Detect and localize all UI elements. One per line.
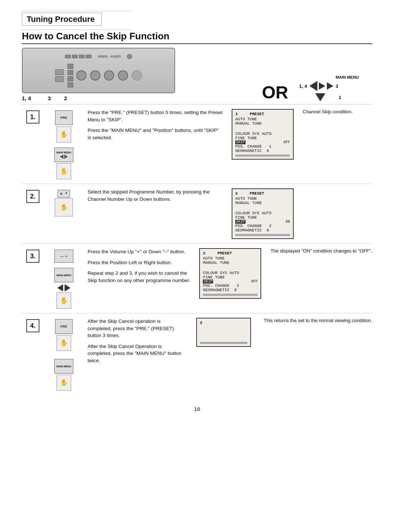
step-1-note: Channel Skip condition. xyxy=(299,109,372,179)
step-4-instruction-1: After the Skip Cancel operation is compl… xyxy=(88,318,184,339)
label-1-4: 1, 4 xyxy=(22,95,31,101)
step-4-instruction-2: After the Skip Cancel Operation is compl… xyxy=(88,343,184,364)
step-number-3: 3. xyxy=(26,250,39,263)
remote-diagram: VIDEO AUDIO xyxy=(22,48,175,93)
hand-icon-4b: ✋ xyxy=(57,375,71,391)
steps-container: 1. PRE ✋ MAIN MENU ✋ xyxy=(22,104,372,395)
step-4-icons: PRE ✋ MAIN MENU ✋ xyxy=(44,318,84,391)
main-menu-icon-1: MAIN MENU xyxy=(54,148,73,162)
step-number-2: 2. xyxy=(26,190,39,203)
step-3-screen: 2 PRESET AUTO TUNE MANUAL TUNE COLOUR SY… xyxy=(194,248,267,309)
step-2: 2. v ^ ✋ Select the skipped Programme Nu… xyxy=(22,184,372,243)
step-2-note xyxy=(299,188,372,239)
or-divider: OR xyxy=(262,84,288,101)
tuning-procedure-box: Tuning Procedure xyxy=(22,13,102,26)
remote-labels: 1, 4 3 2 xyxy=(22,95,251,101)
step-number-4: 4. xyxy=(26,319,39,332)
right-arrow-diagram: MAIN MENU 1, 4 3 1,4 1 xyxy=(299,71,372,101)
step-3-content: Press the Volume Up "+" or Down "–" butt… xyxy=(84,248,194,309)
step-4-note: This returns the set to the normal viewi… xyxy=(260,318,372,391)
step-3: 3. — + MAIN MENU ✋ Press the xyxy=(22,243,372,313)
pre-button-icon-4: PRE xyxy=(55,319,73,334)
step-number-1: 1. xyxy=(26,110,39,124)
step-2-screen: 2 PRESET AUTO TUNE MANUAL TUNE COLOUR SY… xyxy=(226,188,299,239)
top-diagram: VIDEO AUDIO xyxy=(22,48,372,101)
step-2-icons: v ^ ✋ xyxy=(44,188,84,239)
main-menu-icon-4: MAIN MENU xyxy=(54,359,73,373)
step-2-instruction-1: Select the skipped Programme Number, by … xyxy=(88,188,223,203)
step-3-icons: — + MAIN MENU ✋ xyxy=(44,248,84,309)
step-2-content: Select the skipped Programme Number, by … xyxy=(84,188,226,239)
step-4: 4. PRE ✋ MAIN MENU ✋ After the Skip Canc… xyxy=(22,313,372,395)
step-3-instruction-3: Repeat step 2 and 3, if you wish to canc… xyxy=(88,270,190,284)
step-3-instruction-2: Press the Position Left or Right button. xyxy=(88,259,190,266)
step-1-note-text: Channel Skip condition. xyxy=(303,109,353,114)
tv-screen-2: 2 PRESET AUTO TUNE MANUAL TUNE COLOUR SY… xyxy=(232,188,294,239)
step-3-instruction-1: Press the Volume Up "+" or Down "–" butt… xyxy=(88,248,190,255)
hand-icon-3: ✋ xyxy=(57,293,71,309)
volume-icon: — + xyxy=(54,250,73,263)
label-3: 3 xyxy=(48,95,51,101)
step-1-instruction-1: Press the "PRE." (PRESET) button 5 times… xyxy=(88,109,223,123)
main-menu-icon-3: MAIN MENU xyxy=(54,268,73,282)
step-3-note: The displayed "ON" condition changes to … xyxy=(267,248,372,309)
step-1-instruction-2: Press the "MAIN MENU" and "Position" but… xyxy=(88,127,223,141)
hand-icon-1a: ✋ xyxy=(57,126,71,142)
tv-screen-1: 1 PRESET AUTO TUNE MANUAL TUNE COLOUR SY… xyxy=(232,109,294,160)
step-3-note-text: The displayed "ON" condition changes to … xyxy=(270,248,372,254)
step-4-content: After the Skip Cancel operation is compl… xyxy=(84,318,187,391)
tv-screen-4: 2 xyxy=(196,318,251,347)
step-1: 1. PRE ✋ MAIN MENU ✋ xyxy=(22,104,372,184)
tuning-procedure-title: Tuning Procedure xyxy=(27,15,95,24)
pre-button-icon: PRE xyxy=(55,110,73,125)
or-text: OR xyxy=(262,84,288,101)
hand-icon-2: ✋ xyxy=(55,198,73,216)
section-title: How to Cancel the Skip Function xyxy=(22,31,372,44)
hand-icon-1b: ✋ xyxy=(57,163,71,179)
label-2: 2 xyxy=(64,95,67,101)
step-1-content: Press the "PRE." (PRESET) button 5 times… xyxy=(84,109,226,179)
step-4-screen: 2 xyxy=(187,318,260,391)
step-1-screen: 1 PRESET AUTO TUNE MANUAL TUNE COLOUR SY… xyxy=(226,109,299,179)
tv-screen-3: 2 PRESET AUTO TUNE MANUAL TUNE COLOUR SY… xyxy=(199,248,261,299)
step-4-note-text: This returns the set to the normal viewi… xyxy=(264,318,372,323)
page-number: 18 xyxy=(22,406,372,412)
step-1-icons: PRE ✋ MAIN MENU ✋ xyxy=(44,109,84,179)
hand-icon-4a: ✋ xyxy=(57,335,71,351)
